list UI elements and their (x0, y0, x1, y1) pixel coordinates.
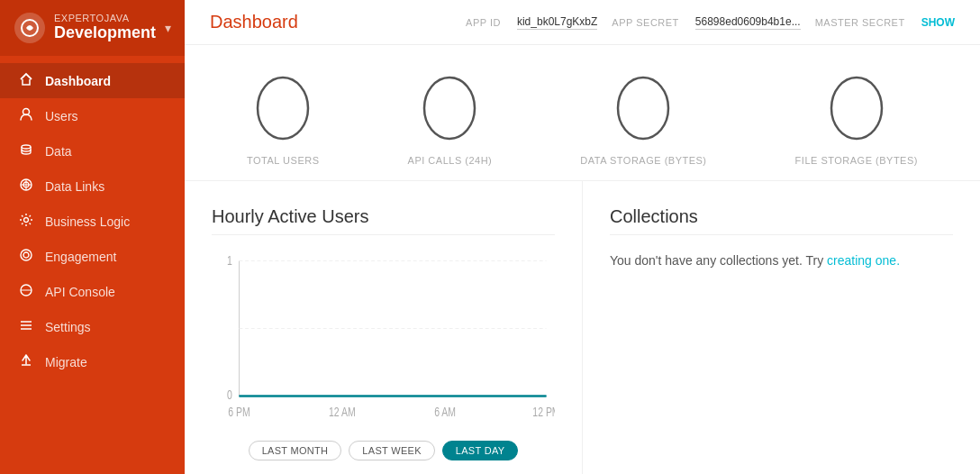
api-console-label: API Console (45, 285, 115, 299)
stat-total-users: TOTAL USERS (247, 72, 319, 166)
content-area: TOTAL USERS API CALLS (24H) DATA STORAGE… (185, 45, 980, 474)
hourly-users-section: Hourly Active Users 1 0 6 P (185, 181, 583, 474)
file-storage-circle (821, 72, 893, 144)
file-storage-label: FILE STORAGE (BYTES) (795, 155, 918, 166)
migrate-icon (18, 353, 34, 370)
settings-label: Settings (45, 320, 91, 334)
total-users-label: TOTAL USERS (247, 155, 319, 166)
dashboard-label: Dashboard (45, 74, 111, 88)
svg-text:0: 0 (227, 388, 232, 403)
create-collection-link[interactable]: creating one. (827, 253, 900, 268)
svg-point-9 (21, 250, 32, 260)
svg-point-8 (23, 252, 29, 258)
app-id-label: APP ID (466, 17, 501, 28)
sidebar-item-users[interactable]: Users (0, 98, 185, 133)
last-day-btn[interactable]: LAST DAY (442, 441, 519, 460)
app-secret-label: APP SECRET (612, 17, 679, 28)
time-filters: LAST MONTH LAST WEEK LAST DAY (212, 441, 555, 460)
sidebar: EXPERTOJAVA Development ▾ Dashboard User… (0, 0, 185, 474)
engagement-label: Engagement (45, 250, 116, 264)
last-month-btn[interactable]: LAST MONTH (249, 441, 342, 460)
business-logic-label: Business Logic (45, 214, 130, 229)
sidebar-item-dashboard[interactable]: Dashboard (0, 63, 185, 98)
stats-row: TOTAL USERS API CALLS (24H) DATA STORAGE… (185, 45, 980, 181)
last-week-btn[interactable]: LAST WEEK (349, 441, 434, 460)
svg-point-7 (24, 218, 29, 223)
business-logic-icon (18, 213, 34, 230)
api-calls-label: API CALLS (24H) (408, 155, 493, 166)
app-id-value[interactable]: kid_bk0L7gKxbZ (517, 15, 597, 30)
svg-point-17 (424, 77, 475, 139)
sidebar-item-migrate[interactable]: Migrate (0, 344, 185, 379)
svg-point-16 (258, 77, 308, 139)
data-icon (18, 142, 34, 160)
topbar-meta: APP ID kid_bk0L7gKxbZ APP SECRET 56898ed… (466, 15, 955, 30)
two-col-section: Hourly Active Users 1 0 6 P (185, 181, 980, 474)
app-secret-value[interactable]: 56898ed0609b4b1e... (695, 15, 801, 30)
master-secret-label: MASTER SECRET (815, 17, 905, 28)
svg-point-18 (618, 77, 668, 139)
sidebar-header: EXPERTOJAVA Development ▾ (0, 0, 185, 56)
master-secret-show[interactable]: SHOW (921, 16, 955, 29)
dashboard-icon (18, 72, 34, 89)
sidebar-item-business-logic[interactable]: Business Logic (0, 204, 185, 239)
sidebar-nav: Dashboard Users Data Data Links (0, 56, 185, 474)
env-name: Development (54, 23, 156, 43)
app-name: EXPERTOJAVA (54, 13, 156, 23)
stat-data-storage: DATA STORAGE (BYTES) (580, 72, 706, 166)
data-storage-circle (607, 72, 679, 144)
users-icon (18, 107, 34, 124)
page-title: Dashboard (210, 12, 466, 32)
data-storage-label: DATA STORAGE (BYTES) (580, 155, 706, 166)
sidebar-item-api-console[interactable]: API Console (0, 274, 185, 309)
sidebar-item-settings[interactable]: Settings (0, 309, 185, 344)
chart-container: 1 0 6 PM 12 AM 6 AM 12 PM (212, 250, 555, 430)
settings-icon (18, 318, 34, 335)
topbar: Dashboard APP ID kid_bk0L7gKxbZ APP SECR… (185, 0, 980, 45)
sidebar-item-data[interactable]: Data (0, 133, 185, 169)
svg-point-19 (831, 77, 882, 139)
sidebar-item-data-links[interactable]: Data Links (0, 169, 185, 204)
users-label: Users (45, 109, 78, 123)
env-chevron-icon[interactable]: ▾ (165, 21, 171, 35)
api-console-icon (18, 283, 34, 300)
sidebar-item-engagement[interactable]: Engagement (0, 239, 185, 274)
svg-text:6 PM: 6 PM (228, 406, 250, 420)
hourly-section-title: Hourly Active Users (212, 206, 555, 235)
svg-text:12 PM: 12 PM (532, 406, 555, 420)
svg-point-2 (22, 145, 31, 149)
collections-section: Collections You don't have any collectio… (583, 181, 980, 474)
data-links-icon (18, 178, 34, 195)
collections-title: Collections (610, 206, 953, 235)
collections-empty-text: You don't have any collections yet. Try … (610, 253, 953, 268)
stat-api-calls: API CALLS (24H) (408, 72, 493, 166)
stat-file-storage: FILE STORAGE (BYTES) (795, 72, 918, 166)
data-label: Data (45, 144, 72, 159)
app-logo (14, 13, 45, 43)
svg-text:12 AM: 12 AM (329, 406, 356, 420)
main-content: Dashboard APP ID kid_bk0L7gKxbZ APP SECR… (185, 0, 980, 474)
api-calls-circle (413, 72, 485, 144)
data-links-label: Data Links (45, 179, 104, 194)
hourly-chart: 1 0 6 PM 12 AM 6 AM 12 PM (212, 250, 555, 430)
migrate-label: Migrate (45, 355, 87, 369)
total-users-circle (247, 72, 319, 144)
svg-text:6 AM: 6 AM (434, 406, 456, 420)
engagement-icon (18, 248, 34, 265)
svg-text:1: 1 (227, 254, 232, 269)
